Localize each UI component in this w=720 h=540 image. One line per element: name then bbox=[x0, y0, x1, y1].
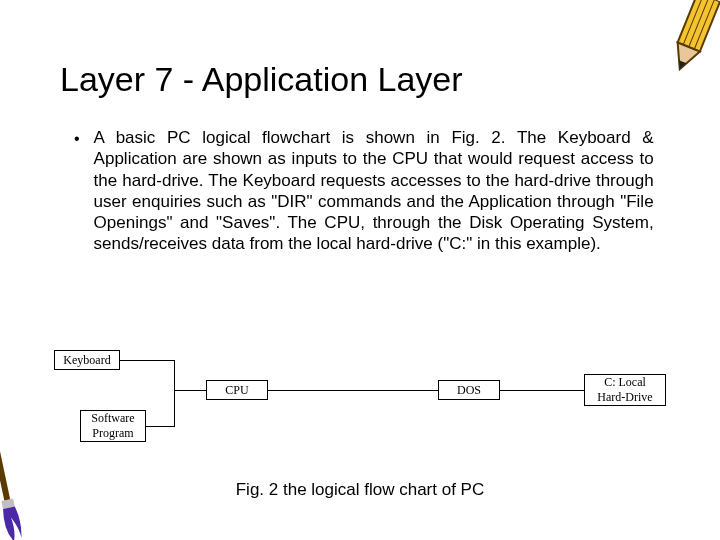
svg-rect-6 bbox=[0, 444, 11, 504]
bullet-dot: • bbox=[74, 127, 80, 147]
node-cpu: CPU bbox=[206, 380, 268, 400]
node-drive: C: Local Hard-Drive bbox=[584, 374, 666, 406]
connector-line bbox=[146, 426, 174, 427]
connector-line bbox=[500, 390, 584, 391]
pencil-icon bbox=[659, 0, 720, 79]
node-dos: DOS bbox=[438, 380, 500, 400]
flowchart-diagram: Keyboard Software Program CPU DOS C: Loc… bbox=[20, 350, 700, 470]
slide: Layer 7 - Application Layer • A basic PC… bbox=[0, 0, 720, 540]
node-software: Software Program bbox=[80, 410, 146, 442]
body-paragraph: A basic PC logical flowchart is shown in… bbox=[94, 127, 654, 255]
node-keyboard: Keyboard bbox=[54, 350, 120, 370]
connector-line bbox=[174, 390, 206, 391]
bullet-item: • A basic PC logical flowchart is shown … bbox=[60, 127, 660, 255]
figure-caption: Fig. 2 the logical flow chart of PC bbox=[0, 480, 720, 500]
connector-line bbox=[268, 390, 438, 391]
slide-title: Layer 7 - Application Layer bbox=[60, 60, 660, 99]
connector-line bbox=[174, 360, 175, 427]
connector-line bbox=[120, 360, 174, 361]
